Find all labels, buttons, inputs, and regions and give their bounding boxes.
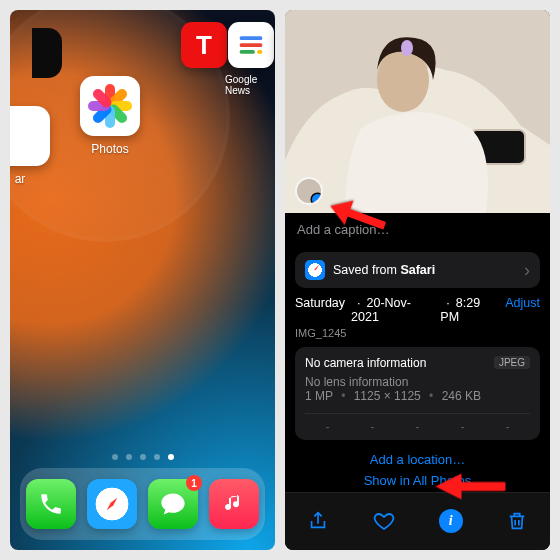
svg-rect-3 xyxy=(257,50,262,54)
no-camera-label: No camera information xyxy=(305,356,426,370)
home-screen: T Google News G ar Photos xyxy=(10,10,275,550)
adjust-button[interactable]: Adjust xyxy=(505,296,540,310)
chevron-right-icon: › xyxy=(524,261,530,279)
google-news-app[interactable]: Google News xyxy=(225,22,275,96)
svg-point-7 xyxy=(401,40,413,56)
dimensions-label: 1125 × 1125 xyxy=(354,389,421,403)
svg-rect-0 xyxy=(240,36,263,40)
svg-rect-2 xyxy=(240,50,255,54)
show-in-all-photos-button[interactable]: Show in All Photos xyxy=(285,471,550,492)
safari-icon xyxy=(305,260,325,280)
page-indicator[interactable] xyxy=(10,454,275,460)
photos-app[interactable]: Photos xyxy=(72,76,148,156)
exif-row: ----- xyxy=(305,413,530,434)
no-lens-label: No lens information xyxy=(305,375,408,389)
saved-from-card[interactable]: Saved from Safari › xyxy=(295,252,540,288)
info-icon: i xyxy=(439,509,463,533)
photo-info-screen: Add a caption… Saved from Safari › Satur… xyxy=(285,10,550,550)
svg-marker-11 xyxy=(436,474,462,500)
music-app[interactable] xyxy=(209,479,259,529)
info-button[interactable]: i xyxy=(433,503,469,539)
google-news-label: Google News xyxy=(225,74,275,96)
filename-label: IMG_1245 xyxy=(295,327,540,339)
svg-rect-1 xyxy=(240,43,263,47)
photo-content xyxy=(285,10,550,213)
megapixel-label: 1 MP xyxy=(305,389,333,403)
messages-badge: 1 xyxy=(186,475,202,491)
camera-info-card: No camera information JPEG No lens infor… xyxy=(295,347,540,440)
safari-app[interactable] xyxy=(87,479,137,529)
phone-app[interactable] xyxy=(26,479,76,529)
photo-time: 8:29 PM xyxy=(440,296,499,324)
partial-app-icon xyxy=(32,28,62,80)
delete-button[interactable] xyxy=(499,503,535,539)
photo-date: 20-Nov-2021 xyxy=(351,296,434,324)
favorite-button[interactable] xyxy=(366,503,402,539)
annotation-arrow xyxy=(431,472,506,502)
calendar-app-fragment: ar xyxy=(10,106,58,186)
app-icon-t[interactable]: T xyxy=(178,22,230,68)
filesize-label: 246 KB xyxy=(442,389,481,403)
messages-app[interactable]: 1 xyxy=(148,479,198,529)
format-badge: JPEG xyxy=(494,356,530,369)
people-badge[interactable] xyxy=(295,177,323,205)
photos-label: Photos xyxy=(91,142,128,156)
photo-preview[interactable] xyxy=(285,10,550,213)
svg-marker-4 xyxy=(105,497,118,512)
add-location-button[interactable]: Add a location… xyxy=(285,440,550,471)
share-button[interactable] xyxy=(300,503,336,539)
metadata-header: Saturday 20-Nov-2021 8:29 PM Adjust IMG_… xyxy=(295,296,540,339)
saved-from-text: Saved from Safari xyxy=(333,263,435,277)
photos-icon xyxy=(88,84,132,128)
bottom-toolbar: i xyxy=(285,492,550,550)
dock: 1 xyxy=(20,468,265,540)
photo-day: Saturday xyxy=(295,296,345,310)
